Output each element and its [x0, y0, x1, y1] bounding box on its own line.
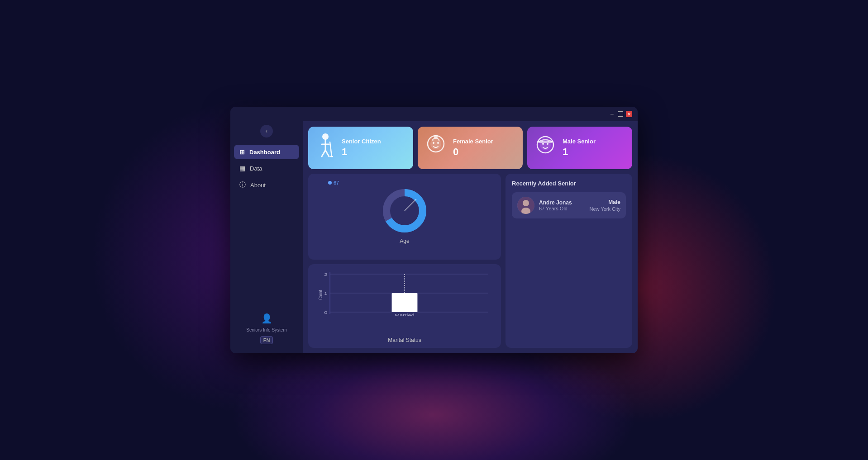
sidebar-item-label-dashboard: Dashboard: [249, 149, 280, 156]
stat-card-female-senior[interactable]: Female Senior 0: [418, 127, 523, 169]
age-chart-title: Age: [400, 238, 409, 244]
senior-age: 67 Years Old: [539, 206, 585, 211]
svg-point-15: [547, 143, 548, 145]
app-body: ‹ ⊞ Dashboard ▦ Data ⓘ About 👤 Seniors I…: [230, 121, 638, 353]
sidebar-item-dashboard[interactable]: ⊞ Dashboard: [234, 145, 299, 159]
sidebar-item-label-data: Data: [250, 165, 262, 172]
sidebar-footer: 👤 Seniors Info System FN: [230, 308, 303, 350]
marital-bar-svg: 2 1 0: [315, 270, 495, 316]
svg-text:Count: Count: [318, 290, 324, 300]
male-senior-icon: [534, 134, 556, 162]
senior-citizen-info: Senior Citizen 1: [342, 138, 381, 158]
svg-rect-27: [392, 293, 418, 312]
male-senior-info: Male Senior 1: [563, 138, 596, 158]
senior-citizen-value: 1: [342, 146, 381, 158]
age-dot: [328, 181, 332, 185]
age-donut-svg: [382, 188, 427, 233]
svg-text:2: 2: [324, 272, 327, 276]
marital-card: 2 1 0: [308, 264, 501, 348]
title-bar: − ✕: [230, 107, 638, 121]
senior-location: New York City: [590, 206, 620, 212]
app-window: − ✕ ‹ ⊞ Dashboard ▦ Data ⓘ About: [230, 107, 638, 353]
bar-chart-area: 2 1 0: [315, 270, 495, 336]
stat-card-male-senior[interactable]: Male Senior 1: [527, 127, 632, 169]
female-senior-value: 0: [453, 146, 493, 158]
senior-gender: Male: [608, 199, 620, 205]
female-senior-info: Female Senior 0: [453, 138, 493, 158]
svg-line-3: [322, 150, 325, 156]
svg-text:0: 0: [324, 310, 327, 314]
svg-line-4: [325, 150, 329, 156]
svg-point-9: [433, 142, 434, 144]
male-senior-value: 1: [563, 146, 596, 158]
sidebar: ‹ ⊞ Dashboard ▦ Data ⓘ About 👤 Seniors I…: [230, 121, 303, 353]
marital-chart-title: Marital Status: [315, 337, 495, 343]
svg-line-19: [405, 199, 416, 211]
main-content: Senior Citizen 1: [303, 121, 638, 353]
avatar-svg: [517, 197, 534, 214]
senior-avatar: [517, 197, 534, 214]
sidebar-nav: ⊞ Dashboard ▦ Data ⓘ About: [230, 145, 303, 308]
age-card: 67: [308, 174, 501, 260]
male-senior-title: Male Senior: [563, 138, 596, 146]
sidebar-item-label-about: About: [250, 182, 266, 189]
senior-info: Andre Jonas 67 Years Old: [539, 199, 585, 211]
svg-point-32: [523, 200, 529, 206]
age-donut-label: 67: [328, 180, 339, 185]
data-icon: ▦: [239, 165, 245, 172]
sidebar-item-about[interactable]: ⓘ About: [234, 177, 299, 193]
senior-meta: Male New York City: [590, 199, 620, 212]
app-logo-icon: 👤: [261, 313, 272, 324]
svg-line-5: [330, 142, 332, 156]
sidebar-collapse-button[interactable]: ‹: [260, 125, 273, 138]
maximize-button[interactable]: [618, 111, 623, 117]
sidebar-item-data[interactable]: ▦ Data: [234, 161, 299, 175]
minimize-button[interactable]: −: [609, 111, 615, 117]
fn-badge: FN: [260, 336, 273, 344]
age-chart-container: [382, 188, 427, 233]
about-icon: ⓘ: [239, 181, 246, 189]
senior-card-item[interactable]: Andre Jonas 67 Years Old Male New York C…: [512, 192, 626, 218]
recently-added-card: Recently Added Senior Andre Jonas: [506, 174, 632, 348]
dashboard-icon: ⊞: [239, 148, 245, 156]
close-button[interactable]: ✕: [626, 111, 632, 117]
svg-point-14: [542, 143, 544, 145]
stats-row: Senior Citizen 1: [308, 127, 632, 169]
senior-citizen-icon: [315, 133, 335, 163]
svg-text:Married: Married: [395, 313, 414, 315]
svg-point-10: [437, 142, 439, 144]
svg-point-11: [434, 135, 438, 139]
charts-col: 67: [308, 174, 501, 348]
bottom-row: 67: [308, 174, 632, 348]
svg-rect-16: [538, 141, 553, 143]
senior-name: Andre Jonas: [539, 199, 585, 206]
title-bar-controls: − ✕: [609, 111, 632, 117]
female-senior-icon: [425, 134, 447, 162]
app-name-label: Seniors Info System: [246, 327, 286, 332]
svg-point-0: [322, 133, 329, 140]
female-senior-title: Female Senior: [453, 138, 493, 146]
age-value-label: 67: [334, 180, 339, 185]
recently-added-title: Recently Added Senior: [512, 180, 626, 187]
stat-card-senior-citizen[interactable]: Senior Citizen 1: [308, 127, 413, 169]
svg-text:1: 1: [324, 291, 327, 295]
senior-citizen-title: Senior Citizen: [342, 138, 381, 146]
